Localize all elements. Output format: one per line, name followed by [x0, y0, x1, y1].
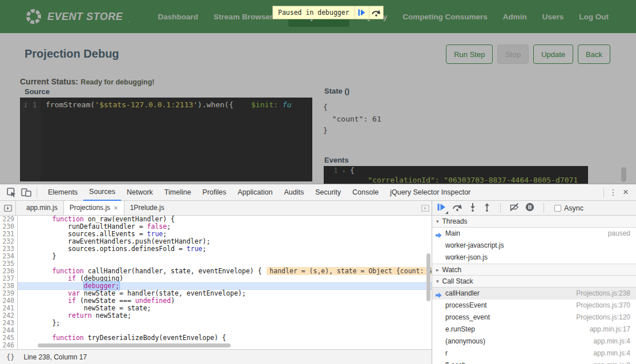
- stack-frame-anonymous[interactable]: (anonymous)app.min.js:4: [432, 335, 636, 347]
- inspect-element-button[interactable]: [4, 185, 19, 199]
- state-json-line: {: [323, 102, 381, 114]
- device-toolbar-icon: [21, 188, 31, 197]
- devtools-close-icon[interactable]: ×: [619, 187, 632, 198]
- nav-item-log-out[interactable]: Log Out: [579, 13, 609, 21]
- source-code-line[interactable]: fromStream('$stats-127.0.0.1:2113').when…: [41, 98, 292, 181]
- step-over-banner-button[interactable]: [369, 6, 383, 19]
- tab-audits[interactable]: Audits: [278, 184, 309, 201]
- nav-item-stream-browser[interactable]: Stream Browser: [214, 13, 273, 21]
- code-line-233: 233 sources.options.definesFold = true;: [0, 245, 432, 253]
- stack-frame-e-runstep[interactable]: e.runStepapp.min.js:17: [432, 323, 636, 335]
- code-line-242: 242 return newState;: [0, 312, 432, 319]
- step-into-button[interactable]: [469, 203, 477, 213]
- tab-console[interactable]: Console: [347, 184, 384, 201]
- expand-triangle-icon: ▸: [436, 264, 439, 276]
- tab-timeline[interactable]: Timeline: [159, 184, 197, 201]
- collapse-triangle-icon: ▾: [436, 216, 439, 227]
- stack-frame-each[interactable]: $.eachapp.min.js:2: [432, 359, 636, 364]
- inspect-cursor-icon: [7, 188, 17, 197]
- nav-item-competing-consumers[interactable]: Competing Consumers: [402, 13, 488, 21]
- thread-name: worker-json.js: [445, 252, 488, 264]
- stack-frame-r[interactable]: rapp.min.js:4: [432, 347, 636, 359]
- close-tab-icon[interactable]: ×: [114, 201, 118, 215]
- resume-icon: [437, 203, 446, 211]
- tab-profiles[interactable]: Profiles: [197, 184, 232, 201]
- eventstore-logo[interactable]: EVENT STORE .: [25, 8, 130, 25]
- tab-jquery-selector-inspector[interactable]: jQuery Selector Inspector: [384, 184, 476, 201]
- thread-worker-javascript-js[interactable]: worker-javascript.js: [432, 240, 636, 252]
- step-out-button[interactable]: [483, 203, 491, 213]
- source-code-editor[interactable]: i 1 fromStream('$stats-127.0.0.1:2113').…: [20, 98, 312, 181]
- async-checkbox[interactable]: [554, 205, 561, 212]
- resume-script-button[interactable]: [355, 6, 369, 19]
- thread-main[interactable]: Mainpaused: [432, 228, 636, 240]
- debugger-sidebar: Async ▾ Threads Mainpausedworker-javascr…: [432, 201, 636, 364]
- code-vertical-scrollbar-thumb[interactable]: [426, 253, 430, 301]
- line-number-246[interactable]: 246: [0, 342, 18, 349]
- paused-banner-text: Paused in debugger: [273, 6, 355, 19]
- file-tabs: app.min.jsProjections.js×1Prelude.js: [21, 201, 170, 215]
- file-tab-projections-js[interactable]: Projections.js×: [63, 201, 124, 215]
- thread-name: worker-javascript.js: [445, 240, 504, 252]
- tab-sources[interactable]: Sources: [83, 184, 121, 201]
- resume-button[interactable]: [437, 203, 446, 213]
- deactivate-breakpoints-button[interactable]: [510, 203, 519, 213]
- code-horizontal-scrollbar-thumb[interactable]: [38, 343, 231, 347]
- frame-location: app.min.js:4: [593, 335, 636, 347]
- tab-overflow-icon: [421, 205, 429, 212]
- tab-security[interactable]: Security: [309, 184, 347, 201]
- stack-frame-processevent[interactable]: processEventProjections.js:370: [432, 300, 636, 312]
- device-toolbar-button[interactable]: [19, 185, 34, 199]
- action-buttons: Run StepStopUpdateBack: [446, 45, 610, 64]
- call-stack-section-header[interactable]: ▾ Call Stack: [432, 276, 636, 288]
- fold-arrow-icon[interactable]: ▾: [343, 168, 345, 174]
- tab-network[interactable]: Network: [121, 184, 159, 201]
- source-section-label: Source: [25, 87, 50, 96]
- pause-on-exceptions-button[interactable]: [525, 203, 534, 213]
- frame-location: Projections.js:120: [576, 312, 636, 323]
- info-icon: i: [23, 100, 28, 109]
- run-step-button[interactable]: Run Step: [446, 45, 493, 64]
- frame-name: $.each: [445, 359, 466, 364]
- thread-worker-json-js[interactable]: worker-json.js: [432, 252, 636, 264]
- back-button[interactable]: Back: [578, 45, 610, 64]
- stack-frame-process-event[interactable]: process_eventProjections.js:120: [432, 312, 636, 323]
- frame-name: process_event: [445, 312, 490, 323]
- cursor-position: Line 238, Column 17: [23, 353, 87, 361]
- events-editor[interactable]: 1 ▾ { "correlationId": "06303703-8837-44…: [324, 166, 588, 184]
- pause-on-exceptions-icon: [525, 203, 534, 212]
- devtools-menu-icon[interactable]: ⋮: [607, 188, 619, 197]
- watch-section-header[interactable]: ▸ Watch: [432, 264, 636, 276]
- events-line-number[interactable]: 1 ▾: [324, 166, 350, 176]
- tab-elements[interactable]: Elements: [42, 184, 83, 201]
- tab-overflow-button[interactable]: [421, 201, 429, 215]
- step-over-button[interactable]: [452, 203, 462, 213]
- long-press-indicator: [445, 211, 448, 214]
- show-navigator-button[interactable]: [0, 201, 16, 215]
- frame-name: processEvent: [445, 300, 487, 312]
- events-section-label: Events: [324, 156, 349, 164]
- nav-item-dashboard[interactable]: Dashboard: [158, 13, 199, 21]
- nav-item-admin[interactable]: Admin: [503, 13, 527, 21]
- tab-application[interactable]: Application: [232, 184, 278, 201]
- pretty-print-button[interactable]: {}: [6, 353, 14, 361]
- code-editor[interactable]: 229 function on_raw(eventHandler) {230 r…: [0, 216, 432, 349]
- page-scrollbar-thumb[interactable]: [621, 167, 626, 182]
- threads-section-header[interactable]: ▾ Threads: [432, 216, 636, 228]
- frame-location: app.min.js:2: [593, 359, 636, 364]
- file-tab-bar: app.min.jsProjections.js×1Prelude.js: [0, 201, 432, 216]
- stop-button: Stop: [497, 45, 529, 64]
- devtools-panel: ElementsSourcesNetworkTimelineProfilesAp…: [0, 184, 636, 364]
- file-tab-1prelude-js[interactable]: 1Prelude.js: [124, 201, 170, 215]
- nav-item-users[interactable]: Users: [542, 13, 564, 21]
- stack-frame-callhandler[interactable]: callHandlerProjections.js:238: [432, 288, 636, 300]
- file-tab-app-min-js[interactable]: app.min.js: [21, 201, 63, 215]
- devtools-toolbar-right: ⋮ ×: [601, 187, 632, 198]
- async-checkbox-wrap[interactable]: Async: [554, 204, 583, 212]
- frame-name: e.runStep: [445, 323, 475, 335]
- thread-status: paused: [608, 228, 636, 240]
- step-out-icon: [483, 203, 491, 212]
- status-value: Ready for debugging!: [80, 78, 154, 86]
- state-json: { "count": 61}: [323, 102, 381, 137]
- update-button[interactable]: Update: [533, 45, 573, 64]
